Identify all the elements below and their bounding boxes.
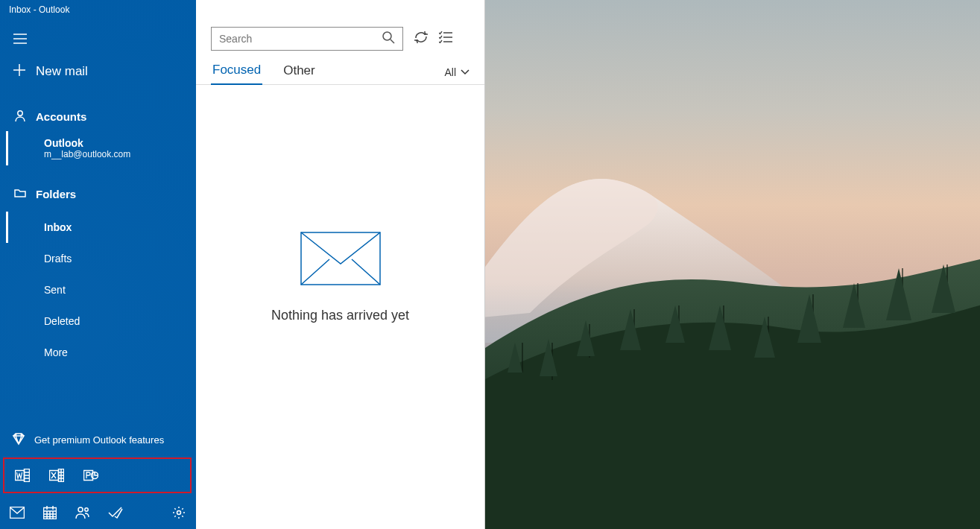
sync-icon: [414, 31, 429, 44]
folder-list: Inbox Drafts Sent Deleted More: [0, 212, 196, 368]
svg-point-9: [78, 507, 83, 512]
accounts-header-label: Accounts: [36, 110, 86, 123]
calendar-nav-button[interactable]: [42, 504, 58, 521]
bottom-nav: [0, 496, 196, 529]
word-icon: [15, 469, 30, 482]
powerpoint-icon: [83, 469, 98, 482]
folder-deleted[interactable]: Deleted: [6, 305, 196, 337]
app-root: Inbox - Outlook New mail Accounts Outloo…: [0, 0, 980, 529]
folder-drafts[interactable]: Drafts: [6, 243, 196, 274]
folder-icon: [13, 187, 27, 201]
premium-link[interactable]: Get premium Outlook features: [0, 425, 196, 454]
folder-label: Sent: [44, 284, 66, 296]
sidebar: Inbox - Outlook New mail Accounts Outloo…: [0, 0, 196, 529]
svg-point-12: [383, 32, 391, 40]
empty-state: Nothing has arrived yet: [196, 55, 484, 499]
folder-label: Inbox: [44, 221, 72, 233]
plus-icon: [13, 64, 25, 80]
envelope-icon: [300, 232, 381, 285]
new-mail-button[interactable]: New mail: [0, 55, 196, 88]
account-item[interactable]: Outlook m__lab@outlook.com: [6, 131, 196, 165]
sync-button[interactable]: [414, 31, 429, 47]
word-app-button[interactable]: [15, 468, 30, 483]
powerpoint-app-button[interactable]: [83, 468, 98, 483]
folders-header[interactable]: Folders: [0, 179, 196, 209]
hamburger-icon: [13, 34, 27, 44]
select-mode-button[interactable]: [439, 31, 452, 46]
people-nav-button[interactable]: [75, 504, 91, 521]
settings-button[interactable]: [171, 504, 187, 521]
gear-icon: [172, 506, 186, 519]
excel-icon: [49, 469, 64, 482]
office-apps-row: [3, 457, 192, 493]
message-list-panel: Focused Other All Nothing has arrived ye…: [196, 0, 485, 529]
excel-app-button[interactable]: [49, 468, 64, 483]
account-email: m__lab@outlook.com: [44, 149, 196, 159]
folder-more[interactable]: More: [6, 337, 196, 368]
search-icon: [382, 31, 395, 47]
folder-sent[interactable]: Sent: [6, 274, 196, 305]
background-image: [485, 0, 980, 529]
mail-nav-button[interactable]: [9, 504, 25, 521]
calendar-icon: [43, 506, 57, 519]
mail-icon: [10, 507, 25, 519]
folder-label: More: [44, 346, 68, 358]
search-box[interactable]: [211, 27, 403, 51]
account-name: Outlook: [44, 137, 196, 149]
search-input[interactable]: [219, 33, 382, 45]
premium-label: Get premium Outlook features: [34, 434, 164, 446]
search-row: [196, 0, 484, 51]
svg-point-11: [177, 511, 181, 515]
svg-rect-13: [301, 232, 380, 285]
folder-label: Deleted: [44, 315, 80, 327]
folder-inbox[interactable]: Inbox: [6, 212, 196, 243]
diamond-icon: [12, 432, 25, 448]
svg-point-10: [85, 508, 88, 511]
new-mail-label: New mail: [36, 64, 88, 79]
empty-message: Nothing has arrived yet: [271, 308, 409, 323]
folders-header-label: Folders: [36, 188, 76, 200]
people-icon: [75, 506, 90, 519]
svg-point-0: [18, 110, 22, 115]
todo-nav-button[interactable]: [107, 504, 124, 521]
person-icon: [13, 110, 27, 124]
hamburger-menu-button[interactable]: [0, 22, 36, 55]
window-title: Inbox - Outlook: [0, 0, 196, 22]
reading-pane: [485, 0, 980, 529]
checkmark-icon: [108, 507, 123, 519]
select-list-icon: [439, 31, 452, 43]
accounts-header[interactable]: Accounts: [0, 101, 196, 131]
folder-label: Drafts: [44, 253, 72, 264]
